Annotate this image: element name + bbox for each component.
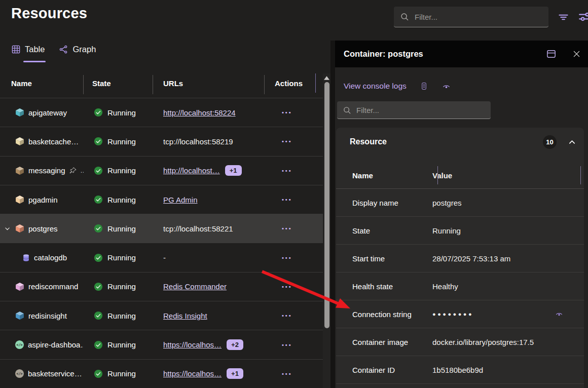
table-row[interactable]: apigateway Running http://localhost:5822… bbox=[0, 98, 323, 127]
scroll-up-icon[interactable] bbox=[324, 76, 329, 80]
split-panel-icon[interactable] bbox=[546, 49, 557, 59]
tab-graph[interactable]: Graph bbox=[59, 45, 96, 54]
pin-icon bbox=[69, 167, 77, 175]
running-check-icon bbox=[94, 166, 103, 175]
details-search-input[interactable] bbox=[356, 106, 485, 114]
more-actions-icon[interactable]: ••• bbox=[282, 197, 292, 203]
more-urls-badge[interactable]: +1 bbox=[225, 165, 242, 176]
console-document-icon[interactable] bbox=[420, 81, 428, 91]
urls-cell: Redis Commander bbox=[153, 282, 265, 291]
state-cell: Running bbox=[84, 195, 153, 204]
table-row[interactable]: pgadmin Running PG Admin ••• bbox=[0, 185, 323, 214]
state-label: Running bbox=[107, 137, 136, 146]
running-check-icon bbox=[94, 340, 103, 350]
state-cell: Running bbox=[84, 108, 153, 117]
actions-cell: ••• bbox=[265, 255, 323, 261]
resource-name-cell: basketcache… bbox=[0, 136, 84, 146]
container-cube-icon bbox=[15, 195, 25, 205]
table-row[interactable]: </> basketservice… Running https://local… bbox=[0, 359, 323, 388]
tab-table-label: Table bbox=[25, 45, 45, 54]
table-row[interactable]: messaging ‥ Running http://localhost… +1… bbox=[0, 156, 323, 185]
more-actions-icon[interactable]: ••• bbox=[282, 109, 292, 115]
running-check-icon bbox=[94, 224, 103, 233]
property-name: State bbox=[336, 226, 432, 235]
state-cell: Running bbox=[84, 311, 153, 320]
resource-name: basketcache… bbox=[28, 137, 79, 146]
filter-lines-icon[interactable] bbox=[558, 11, 569, 23]
panel-splitter[interactable] bbox=[330, 41, 335, 388]
svg-text:</>: </> bbox=[16, 372, 22, 376]
resource-url-link[interactable]: https://localhos… bbox=[163, 369, 222, 378]
resource-section-title: Resource bbox=[350, 137, 387, 146]
details-filter-input[interactable] bbox=[337, 101, 491, 119]
more-actions-icon[interactable]: ••• bbox=[282, 284, 292, 290]
column-header-urls: URLs bbox=[153, 73, 265, 98]
more-actions-icon[interactable]: ••• bbox=[282, 225, 292, 231]
page-title: Resources bbox=[11, 5, 87, 22]
more-actions-icon[interactable]: ••• bbox=[282, 371, 292, 377]
property-name: Container image bbox=[336, 338, 432, 346]
resource-url-link[interactable]: https://localhos… bbox=[163, 340, 222, 349]
container-cube-icon bbox=[15, 107, 25, 118]
more-urls-badge[interactable]: +1 bbox=[227, 368, 243, 379]
resource-name-cell: rediscommand bbox=[0, 282, 84, 292]
state-cell: Running bbox=[84, 369, 153, 378]
table-row[interactable]: catalogdb Running - ••• bbox=[0, 243, 323, 271]
container-cube-icon bbox=[15, 282, 25, 292]
property-value: postgres bbox=[432, 199, 462, 207]
search-input[interactable] bbox=[415, 13, 542, 21]
tab-table[interactable]: Table bbox=[11, 45, 45, 54]
running-check-icon bbox=[94, 195, 103, 204]
more-actions-icon[interactable]: ••• bbox=[282, 138, 292, 144]
close-icon[interactable] bbox=[572, 50, 581, 58]
view-console-logs-link[interactable]: View console logs bbox=[344, 82, 407, 91]
urls-cell: http://localhost… +1 bbox=[153, 165, 265, 176]
resource-url-link[interactable]: http://localhost:58224 bbox=[163, 108, 236, 117]
reveal-value-eye-icon[interactable] bbox=[555, 310, 564, 318]
urls-cell: PG Admin bbox=[153, 196, 265, 204]
more-actions-icon[interactable]: ••• bbox=[282, 342, 292, 348]
more-actions-icon[interactable]: ••• bbox=[282, 255, 292, 261]
running-check-icon bbox=[94, 137, 103, 146]
resource-name: postgres bbox=[28, 224, 58, 233]
properties-table-header: Name Value bbox=[336, 162, 584, 189]
resource-url-link[interactable]: http://localhost… bbox=[163, 166, 220, 175]
running-check-icon bbox=[94, 108, 103, 117]
more-urls-badge[interactable]: +2 bbox=[227, 339, 243, 350]
active-tab-indicator bbox=[23, 61, 46, 62]
resource-url-text: tcp://localhost:58219 bbox=[163, 137, 233, 146]
table-row[interactable]: redisinsight Running Redis Insight ••• bbox=[0, 301, 323, 330]
table-row[interactable]: rediscommand Running Redis Commander ••• bbox=[0, 272, 323, 301]
view-options-icon[interactable] bbox=[578, 10, 588, 23]
actions-cell: ••• bbox=[265, 284, 323, 290]
table-scrollbar[interactable] bbox=[323, 73, 330, 388]
running-check-icon bbox=[94, 369, 103, 378]
property-row: State Running bbox=[336, 217, 584, 245]
properties-table-body: Display name postgres State Running Star… bbox=[336, 189, 584, 384]
eye-icon[interactable] bbox=[442, 82, 451, 91]
properties-column-value: Value bbox=[432, 171, 452, 180]
container-cube-icon bbox=[15, 136, 25, 146]
chevron-up-icon[interactable] bbox=[568, 138, 576, 146]
resources-filter-input[interactable] bbox=[394, 7, 548, 27]
state-label: Running bbox=[107, 224, 136, 233]
resource-url-link[interactable]: Redis Insight bbox=[163, 312, 207, 320]
resource-url-link[interactable]: PG Admin bbox=[163, 196, 198, 204]
state-label: Running bbox=[107, 369, 136, 378]
table-row[interactable]: </> aspire-dashboa… Running https://loca… bbox=[0, 330, 323, 359]
chevron-down-icon[interactable] bbox=[4, 225, 11, 232]
more-actions-icon[interactable]: ••• bbox=[282, 168, 292, 174]
state-label: Running bbox=[107, 312, 136, 320]
resource-name-cell: messaging ‥ bbox=[0, 166, 84, 176]
resource-url-link[interactable]: Redis Commander bbox=[163, 282, 227, 291]
project-code-icon: </> bbox=[15, 340, 24, 350]
resource-section-header[interactable]: Resource 10 bbox=[336, 128, 584, 156]
scrollbar-thumb[interactable] bbox=[324, 82, 329, 328]
resource-name-cell: postgres bbox=[0, 223, 84, 234]
state-cell: Running bbox=[84, 253, 153, 262]
more-actions-icon[interactable]: ••• bbox=[282, 313, 292, 319]
property-name: Display name bbox=[336, 199, 432, 207]
table-row[interactable]: basketcache… Running tcp://localhost:582… bbox=[0, 127, 323, 156]
table-row[interactable]: postgres Running tcp://localhost:58221 •… bbox=[0, 214, 323, 243]
urls-cell: https://localhos… +1 bbox=[153, 368, 265, 379]
